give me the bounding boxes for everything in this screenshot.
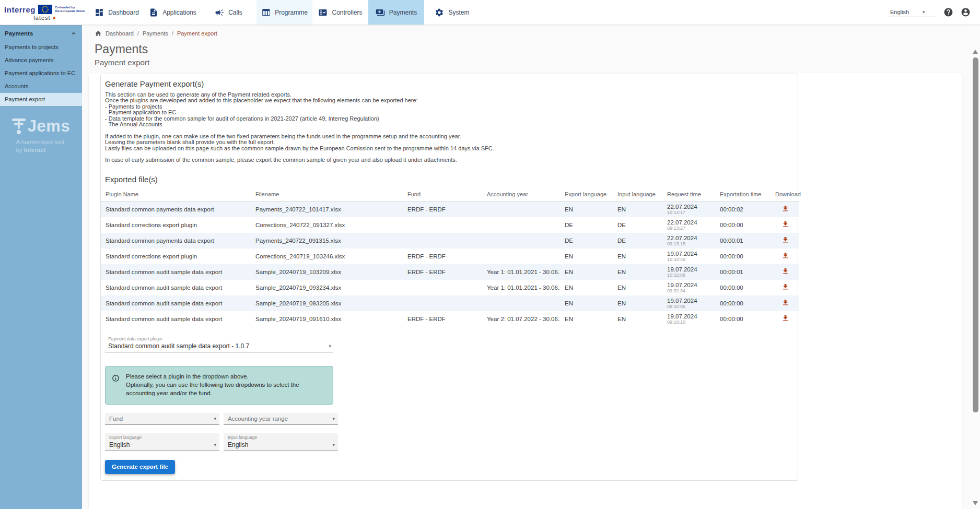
brand-logo: Interreg Co-funded bythe European Union …	[0, 0, 89, 25]
exported-files-table: Plugin Name Filename Fund Accounting yea…	[101, 188, 799, 327]
chevron-down-icon: ▾	[214, 442, 216, 447]
download-icon[interactable]	[781, 205, 789, 212]
sidebar-item-payment-export[interactable]: Payment export	[0, 93, 82, 106]
nav-item-label: Calls	[228, 9, 242, 16]
jems-wordmark: Jems	[28, 119, 70, 134]
nav-item-payments[interactable]: Payments	[368, 0, 424, 25]
export-language-cell: EN	[560, 201, 613, 217]
nav-item-label: Applications	[162, 9, 196, 16]
download-icon[interactable]	[781, 299, 789, 306]
info-icon	[112, 374, 120, 382]
generate-section-heading: Generate Payment export(s)	[101, 79, 798, 88]
fund-cell	[403, 217, 482, 233]
breadcrumb-dashboard[interactable]: Dashboard	[106, 30, 134, 37]
download-cell	[771, 280, 799, 295]
input-language-select[interactable]: Input language English ▾	[224, 433, 338, 451]
description-line: - Payment application to EC	[105, 110, 794, 115]
request-date: 22.07.2024	[667, 219, 712, 226]
plugin-select[interactable]: Payment data export plugin Standard comm…	[105, 335, 333, 352]
table-header-row: Plugin Name Filename Fund Accounting yea…	[101, 188, 799, 202]
plugin-name-cell: Standard corrections export plugin	[101, 217, 251, 233]
plugin-name-cell: Standard common payments data export	[101, 201, 251, 217]
breadcrumb-current: Payment export	[177, 30, 217, 37]
table-row: Standard common payments data exportPaym…	[101, 233, 799, 248]
fund-cell: ERDF - ERDF	[403, 201, 482, 217]
col-fund: Fund	[403, 188, 482, 202]
plugin-name-cell: Standard common audit sample data export	[101, 311, 251, 327]
help-icon[interactable]	[943, 7, 953, 17]
download-icon[interactable]	[781, 236, 789, 244]
plugin-name-cell: Standard common audit sample data export	[101, 264, 251, 280]
col-input-language: Input language	[613, 188, 662, 202]
nav-item-system[interactable]: System	[424, 0, 480, 25]
export-language-select[interactable]: Export language English ▾	[105, 433, 219, 451]
input-language-cell: EN	[613, 248, 662, 264]
chevron-up-icon	[71, 30, 77, 37]
payments-icon	[376, 8, 385, 17]
request-date: 22.07.2024	[667, 235, 712, 241]
sidebar-item-advance-payments[interactable]: Advance payments	[0, 54, 82, 67]
fund-cell	[403, 280, 482, 295]
fund-cell	[403, 233, 482, 248]
nav-item-applications[interactable]: Applications	[145, 0, 201, 25]
main-navigation: DashboardApplicationsCallsProgrammeContr…	[89, 0, 480, 25]
request-time-cell: 19.07.202409:32:34	[662, 280, 715, 295]
input-language-cell: EN	[613, 264, 662, 280]
language-select[interactable]: English ▾	[888, 8, 936, 17]
download-icon[interactable]	[781, 267, 789, 275]
request-date: 19.07.2024	[667, 251, 712, 257]
exportation-time-cell: 00:00:02	[715, 201, 771, 217]
download-cell	[771, 248, 799, 264]
download-icon[interactable]	[781, 220, 789, 228]
col-download: Download	[771, 188, 799, 202]
sidebar-section-payments[interactable]: Payments	[0, 25, 82, 41]
nav-item-calls[interactable]: Calls	[201, 0, 256, 25]
page-title: Payments	[95, 42, 962, 56]
breadcrumb-payments[interactable]: Payments	[143, 30, 168, 37]
sidebar-item-payment-applications-to-ec[interactable]: Payment applications to EC	[0, 67, 82, 80]
top-navbar: Interreg Co-funded bythe European Union …	[0, 0, 980, 25]
request-time-cell: 19.07.202410:32:46	[662, 248, 715, 264]
vertical-scrollbar[interactable]	[971, 25, 980, 509]
chevron-down-icon: ▾	[332, 442, 335, 447]
export-language-cell: DE	[560, 233, 613, 248]
scrollbar-thumb[interactable]	[973, 57, 978, 412]
account-icon[interactable]	[961, 7, 971, 17]
input-language-cell: DE	[613, 217, 662, 233]
input-language-cell: EN	[613, 280, 662, 295]
nav-item-dashboard[interactable]: Dashboard	[89, 0, 145, 25]
scroll-down-arrow-icon[interactable]	[973, 501, 978, 505]
export-language-cell: EN	[560, 311, 613, 327]
eu-flag-icon	[38, 5, 52, 14]
nav-item-programme[interactable]: Programme	[256, 0, 312, 25]
accounting-year-cell: Year 2: 01.07.2022 - 30.06.2023	[482, 311, 560, 327]
home-icon[interactable]	[95, 30, 102, 37]
scroll-up-arrow-icon[interactable]	[973, 50, 978, 54]
download-icon[interactable]	[781, 252, 789, 259]
download-icon[interactable]	[781, 283, 789, 291]
table-row: Standard common audit sample data export…	[101, 264, 799, 280]
fund-select[interactable]: Fund ▾	[105, 413, 219, 425]
accounting-year-cell	[482, 233, 560, 248]
export-language-cell: EN	[560, 264, 613, 280]
version-dot-icon	[53, 17, 55, 19]
nav-item-controllers[interactable]: Controllers	[312, 0, 368, 25]
language-select-value: English	[890, 9, 909, 15]
download-cell	[771, 217, 799, 233]
request-time-cell: 19.07.202409:16:10	[662, 311, 715, 327]
generate-export-file-button[interactable]: Generate export file	[105, 460, 175, 474]
table-row: Standard common audit sample data export…	[101, 311, 799, 327]
request-time-cell: 22.07.202409:13:27	[662, 217, 715, 233]
sidebar-item-accounts[interactable]: Accounts	[0, 80, 82, 93]
exportation-time-cell: 00:00:01	[715, 264, 771, 280]
accounting-year-select[interactable]: Accounting year range ▾	[224, 413, 338, 425]
table-row: Standard common payments data exportPaym…	[101, 201, 799, 217]
page-subtitle: Payment export	[95, 58, 962, 67]
sidebar-item-payments-to-projects[interactable]: Payments to projects	[0, 41, 82, 54]
download-icon[interactable]	[781, 314, 789, 322]
filename-cell: Sample_20240719_093205.xlsx	[251, 295, 403, 311]
description-line: - Payments to projects	[105, 104, 794, 110]
fund-cell	[403, 295, 482, 311]
export-language-cell: EN	[560, 248, 613, 264]
col-filename: Filename	[251, 188, 403, 202]
